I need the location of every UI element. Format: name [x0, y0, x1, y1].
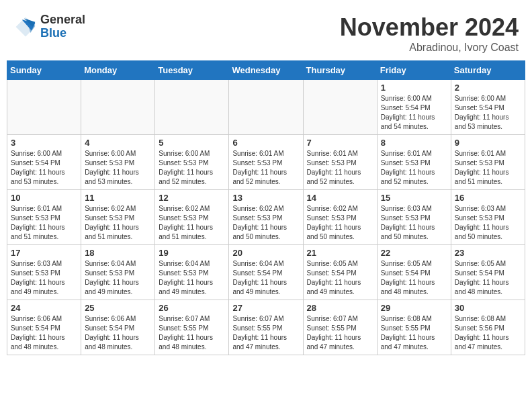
day-info: Sunrise: 6:02 AM Sunset: 5:53 PM Dayligh…: [85, 204, 151, 242]
calendar-week-row: 24Sunrise: 6:06 AM Sunset: 5:54 PM Dayli…: [7, 300, 525, 355]
day-number: 2: [455, 83, 521, 93]
day-info: Sunrise: 6:03 AM Sunset: 5:53 PM Dayligh…: [381, 204, 447, 242]
day-number: 15: [381, 193, 447, 203]
weekday-header-row: SundayMondayTuesdayWednesdayThursdayFrid…: [7, 61, 525, 80]
day-number: 22: [381, 248, 447, 258]
location: Abradinou, Ivory Coast: [340, 42, 519, 54]
day-number: 25: [85, 303, 151, 313]
day-info: Sunrise: 6:01 AM Sunset: 5:53 PM Dayligh…: [455, 149, 521, 187]
logo-icon: [13, 15, 38, 39]
calendar-cell: 16Sunrise: 6:03 AM Sunset: 5:53 PM Dayli…: [451, 190, 525, 245]
day-info: Sunrise: 6:00 AM Sunset: 5:54 PM Dayligh…: [11, 149, 77, 187]
calendar-cell: 3Sunrise: 6:00 AM Sunset: 5:54 PM Daylig…: [7, 135, 81, 190]
day-info: Sunrise: 6:07 AM Sunset: 5:55 PM Dayligh…: [159, 314, 225, 352]
calendar-cell: 7Sunrise: 6:01 AM Sunset: 5:53 PM Daylig…: [303, 135, 377, 190]
day-number: 17: [11, 248, 77, 258]
day-info: Sunrise: 6:05 AM Sunset: 5:54 PM Dayligh…: [381, 259, 447, 297]
weekday-header: Saturday: [451, 61, 525, 80]
weekday-header: Friday: [377, 61, 451, 80]
page-header: General Blue November 2024 Abradinou, Iv…: [7, 7, 525, 57]
day-number: 27: [232, 303, 299, 313]
calendar-table: SundayMondayTuesdayWednesdayThursdayFrid…: [7, 60, 525, 355]
logo-text: General Blue: [40, 13, 85, 40]
day-info: Sunrise: 6:06 AM Sunset: 5:54 PM Dayligh…: [11, 314, 77, 352]
day-info: Sunrise: 6:01 AM Sunset: 5:53 PM Dayligh…: [232, 149, 299, 187]
calendar-cell: 23Sunrise: 6:05 AM Sunset: 5:54 PM Dayli…: [451, 245, 525, 300]
calendar-cell: 14Sunrise: 6:02 AM Sunset: 5:53 PM Dayli…: [303, 190, 377, 245]
day-info: Sunrise: 6:02 AM Sunset: 5:53 PM Dayligh…: [159, 204, 225, 242]
day-number: 11: [85, 193, 151, 203]
day-number: 24: [11, 303, 77, 313]
calendar-cell: 1Sunrise: 6:00 AM Sunset: 5:54 PM Daylig…: [377, 80, 451, 135]
calendar-cell: 4Sunrise: 6:00 AM Sunset: 5:53 PM Daylig…: [81, 135, 155, 190]
day-number: 28: [307, 303, 373, 313]
day-info: Sunrise: 6:01 AM Sunset: 5:53 PM Dayligh…: [381, 149, 447, 187]
calendar-cell: 27Sunrise: 6:07 AM Sunset: 5:55 PM Dayli…: [229, 300, 303, 355]
weekday-header: Sunday: [7, 61, 81, 80]
day-number: 3: [11, 138, 77, 148]
day-number: 6: [232, 138, 299, 148]
calendar-cell: 6Sunrise: 6:01 AM Sunset: 5:53 PM Daylig…: [229, 135, 303, 190]
calendar-cell: 21Sunrise: 6:05 AM Sunset: 5:54 PM Dayli…: [303, 245, 377, 300]
day-info: Sunrise: 6:00 AM Sunset: 5:54 PM Dayligh…: [455, 94, 521, 132]
calendar-cell: 24Sunrise: 6:06 AM Sunset: 5:54 PM Dayli…: [7, 300, 81, 355]
calendar-cell: [7, 80, 81, 135]
calendar-cell: [303, 80, 377, 135]
day-info: Sunrise: 6:07 AM Sunset: 5:55 PM Dayligh…: [307, 314, 373, 352]
day-number: 5: [159, 138, 225, 148]
day-number: 12: [159, 193, 225, 203]
day-info: Sunrise: 6:05 AM Sunset: 5:54 PM Dayligh…: [307, 259, 373, 297]
day-info: Sunrise: 6:08 AM Sunset: 5:55 PM Dayligh…: [381, 314, 447, 352]
day-info: Sunrise: 6:03 AM Sunset: 5:53 PM Dayligh…: [11, 259, 77, 297]
calendar-cell: 29Sunrise: 6:08 AM Sunset: 5:55 PM Dayli…: [377, 300, 451, 355]
day-info: Sunrise: 6:07 AM Sunset: 5:55 PM Dayligh…: [232, 314, 299, 352]
day-number: 21: [307, 248, 373, 258]
title-block: November 2024 Abradinou, Ivory Coast: [340, 13, 519, 54]
day-number: 18: [85, 248, 151, 258]
day-info: Sunrise: 6:08 AM Sunset: 5:56 PM Dayligh…: [455, 314, 521, 352]
month-title: November 2024: [340, 13, 519, 42]
logo: General Blue: [13, 13, 85, 40]
day-info: Sunrise: 6:00 AM Sunset: 5:53 PM Dayligh…: [159, 149, 225, 187]
day-number: 13: [232, 193, 299, 203]
day-info: Sunrise: 6:04 AM Sunset: 5:54 PM Dayligh…: [232, 259, 299, 297]
day-info: Sunrise: 6:04 AM Sunset: 5:53 PM Dayligh…: [159, 259, 225, 297]
calendar-cell: 12Sunrise: 6:02 AM Sunset: 5:53 PM Dayli…: [155, 190, 229, 245]
day-info: Sunrise: 6:03 AM Sunset: 5:53 PM Dayligh…: [455, 204, 521, 242]
day-number: 23: [455, 248, 521, 258]
day-number: 1: [381, 83, 447, 93]
calendar-cell: 17Sunrise: 6:03 AM Sunset: 5:53 PM Dayli…: [7, 245, 81, 300]
day-number: 16: [455, 193, 521, 203]
day-info: Sunrise: 6:04 AM Sunset: 5:53 PM Dayligh…: [85, 259, 151, 297]
day-info: Sunrise: 6:01 AM Sunset: 5:53 PM Dayligh…: [11, 204, 77, 242]
calendar-week-row: 17Sunrise: 6:03 AM Sunset: 5:53 PM Dayli…: [7, 245, 525, 300]
day-number: 30: [455, 303, 521, 313]
calendar-cell: 9Sunrise: 6:01 AM Sunset: 5:53 PM Daylig…: [451, 135, 525, 190]
day-number: 8: [381, 138, 447, 148]
calendar-week-row: 3Sunrise: 6:00 AM Sunset: 5:54 PM Daylig…: [7, 135, 525, 190]
day-number: 26: [159, 303, 225, 313]
calendar-week-row: 10Sunrise: 6:01 AM Sunset: 5:53 PM Dayli…: [7, 190, 525, 245]
day-number: 14: [307, 193, 373, 203]
calendar-cell: 26Sunrise: 6:07 AM Sunset: 5:55 PM Dayli…: [155, 300, 229, 355]
calendar-cell: [81, 80, 155, 135]
day-info: Sunrise: 6:02 AM Sunset: 5:53 PM Dayligh…: [232, 204, 299, 242]
calendar-cell: 5Sunrise: 6:00 AM Sunset: 5:53 PM Daylig…: [155, 135, 229, 190]
day-info: Sunrise: 6:06 AM Sunset: 5:54 PM Dayligh…: [85, 314, 151, 352]
calendar-cell: 20Sunrise: 6:04 AM Sunset: 5:54 PM Dayli…: [229, 245, 303, 300]
calendar-cell: 8Sunrise: 6:01 AM Sunset: 5:53 PM Daylig…: [377, 135, 451, 190]
calendar-cell: 11Sunrise: 6:02 AM Sunset: 5:53 PM Dayli…: [81, 190, 155, 245]
calendar-cell: 15Sunrise: 6:03 AM Sunset: 5:53 PM Dayli…: [377, 190, 451, 245]
calendar-week-row: 1Sunrise: 6:00 AM Sunset: 5:54 PM Daylig…: [7, 80, 525, 135]
weekday-header: Monday: [81, 61, 155, 80]
weekday-header: Thursday: [303, 61, 377, 80]
day-info: Sunrise: 6:00 AM Sunset: 5:54 PM Dayligh…: [381, 94, 447, 132]
calendar-cell: [229, 80, 303, 135]
day-number: 7: [307, 138, 373, 148]
calendar-cell: 13Sunrise: 6:02 AM Sunset: 5:53 PM Dayli…: [229, 190, 303, 245]
weekday-header: Wednesday: [229, 61, 303, 80]
calendar-cell: 30Sunrise: 6:08 AM Sunset: 5:56 PM Dayli…: [451, 300, 525, 355]
calendar-cell: 22Sunrise: 6:05 AM Sunset: 5:54 PM Dayli…: [377, 245, 451, 300]
day-info: Sunrise: 6:01 AM Sunset: 5:53 PM Dayligh…: [307, 149, 373, 187]
calendar-cell: 28Sunrise: 6:07 AM Sunset: 5:55 PM Dayli…: [303, 300, 377, 355]
